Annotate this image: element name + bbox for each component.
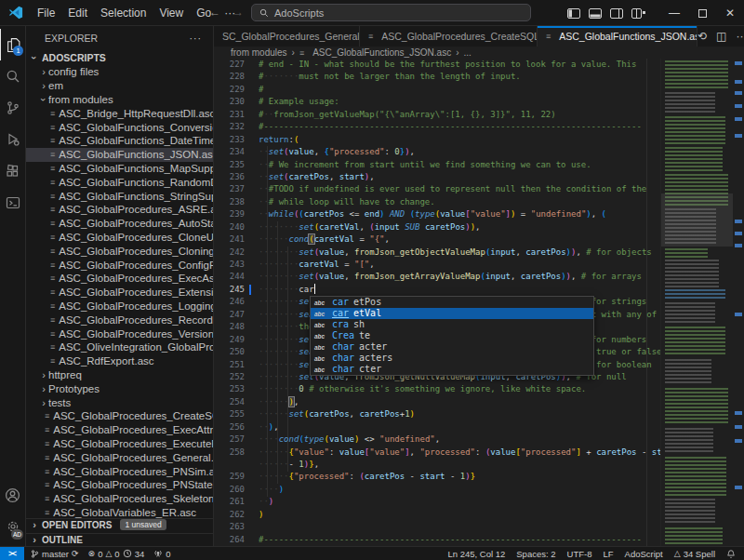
history-icon[interactable]: ⟲ bbox=[698, 30, 707, 43]
close-button[interactable]: ✕ bbox=[716, 0, 744, 26]
toggle-secondary-sidebar-icon[interactable] bbox=[610, 8, 623, 19]
problems-status[interactable]: ⊗ 0 △ 0 34 bbox=[88, 549, 145, 559]
suggest-item[interactable]: abccharcter bbox=[311, 364, 593, 375]
split-editor-icon[interactable]: ◫ bbox=[716, 30, 726, 43]
tree-item-label: ASC_GlobalProcedures_ExecuteFlowchart.as… bbox=[53, 438, 213, 449]
tree-file[interactable]: ≡ASC_GlobalFunctions_MapSupport.asc bbox=[26, 162, 213, 176]
menu-item-file[interactable]: File bbox=[31, 4, 61, 22]
settings-gear-icon[interactable]: AD bbox=[0, 511, 25, 542]
nav-forward-icon[interactable]: → bbox=[232, 6, 244, 19]
encoding-status[interactable]: UTF-8 bbox=[567, 549, 592, 559]
line-number: 228 bbox=[214, 71, 257, 83]
breadcrumb-file[interactable]: ASC_GlobalFunctions_JSON.asc bbox=[312, 47, 451, 58]
code-line: ······cond(caretVal = "{", bbox=[259, 233, 660, 246]
tree-file[interactable]: ≡ASC_GlobalProcedures_ExecuteFlowchart.a… bbox=[26, 437, 213, 451]
tree-file[interactable]: ≡ASC_GlobalProcedures_ExtensionManage... bbox=[26, 286, 213, 300]
sidebar-explorer: EXPLORER ··· › ADOSCRIPTS ›config files›… bbox=[26, 26, 214, 546]
menu-item-selection[interactable]: Selection bbox=[94, 4, 153, 22]
ports-status[interactable]: 0 bbox=[153, 549, 170, 559]
overview-ruler bbox=[733, 59, 744, 546]
toggle-sidebar-icon[interactable] bbox=[567, 8, 580, 19]
tree-file[interactable]: ≡ASC_GlobalProcedures_Logging.asc bbox=[26, 300, 213, 313]
eol-status[interactable]: LF bbox=[603, 549, 613, 559]
breadcrumb-symbol[interactable]: ... bbox=[464, 47, 472, 58]
code-line: ··), bbox=[259, 421, 660, 433]
tree-folder[interactable]: ›em bbox=[26, 79, 213, 93]
tree-file[interactable]: ≡ASC_GlobalProcedures_ASRE.asc bbox=[26, 203, 213, 217]
search-icon[interactable] bbox=[0, 60, 25, 92]
tree-file[interactable]: ≡ASC_GlobalProcedures_VersionCheck.asc bbox=[26, 327, 213, 340]
tree-folder[interactable]: ›config files bbox=[26, 65, 213, 79]
suggest-item[interactable]: abccaretPos bbox=[311, 297, 593, 308]
terminal-icon[interactable] bbox=[0, 187, 25, 219]
breadcrumb-folder[interactable]: from modules bbox=[231, 47, 287, 58]
suggest-item[interactable]: abccrash bbox=[311, 319, 593, 330]
minimap-slider[interactable] bbox=[661, 193, 733, 247]
customize-layout-icon[interactable] bbox=[631, 8, 645, 19]
tree-file[interactable]: ≡ASC_GlobalProcedures_SkeletonGeneratio.… bbox=[26, 492, 213, 506]
account-icon[interactable] bbox=[0, 479, 25, 511]
menu-item-view[interactable]: View bbox=[153, 4, 190, 22]
suggest-item[interactable]: abccharacter bbox=[311, 341, 593, 353]
command-center-search[interactable]: AdoScripts bbox=[251, 4, 531, 21]
nav-back-icon[interactable]: ← bbox=[209, 6, 220, 19]
bell-icon[interactable] bbox=[726, 549, 736, 559]
tree-file[interactable]: ≡ASC_GlobalFunctions_JSON.asc bbox=[26, 148, 213, 162]
cursor-position-status[interactable]: Ln 245, Col 12 bbox=[447, 549, 505, 559]
suggest-item[interactable]: abcCreate bbox=[311, 330, 593, 341]
explorer-icon[interactable]: 1 bbox=[0, 29, 25, 60]
indentation-status[interactable]: Spaces: 2 bbox=[516, 549, 555, 559]
code-editor[interactable]: 2272282292302312322332342352362372382392… bbox=[214, 59, 660, 546]
tree-folder[interactable]: ›Prototypes bbox=[26, 381, 213, 395]
line-number: 253 bbox=[214, 383, 257, 395]
tree-file[interactable]: ≡ASC_GlobalProcedures_CloneUI.asc bbox=[26, 231, 213, 245]
word-suggestion-icon: abc bbox=[314, 333, 327, 340]
tree-folder[interactable]: ›from modules bbox=[26, 93, 213, 107]
tree-file[interactable]: ≡ASC_GlobalProcedures_AutoStart.asc bbox=[26, 217, 213, 231]
tree-file[interactable]: ≡ASC_GlobalFunctions_DateTime.asc bbox=[26, 134, 213, 148]
source-control-icon[interactable] bbox=[0, 92, 25, 124]
minimap[interactable] bbox=[660, 59, 733, 546]
language-mode-status[interactable]: AdoScript bbox=[625, 549, 663, 559]
tree-file[interactable]: ≡ASC_RdfExport.asc bbox=[26, 354, 213, 368]
tree-file[interactable]: ≡ASC_GlobalProcedures_ExecAttrProf-beeup… bbox=[26, 423, 213, 437]
tree-file[interactable]: ≡ASC_GlobalProcedures_Cloning.asc bbox=[26, 244, 213, 258]
minimize-button[interactable]: — bbox=[660, 0, 688, 26]
tree-file[interactable]: ≡ASC_GlobalFunctions_RandomDistributio..… bbox=[26, 175, 213, 189]
open-editors-section[interactable]: › OPEN EDITORS 1 unsaved bbox=[26, 518, 213, 532]
line-number: 236 bbox=[214, 171, 257, 183]
spell-status[interactable]: △ 34 Spell bbox=[674, 549, 715, 559]
tree-file[interactable]: ≡ASC_GlobalProcedures_PNSim.asc bbox=[26, 464, 213, 478]
overview-marker bbox=[735, 61, 742, 65]
toggle-panel-icon[interactable] bbox=[589, 8, 602, 19]
tree-file[interactable]: ≡ASC_GlobalFunctions_Conversion.asc bbox=[26, 120, 213, 134]
tree-file[interactable]: ≡ASC_GlobalProcedures_PNStateStoreage.as… bbox=[26, 478, 213, 492]
tree-folder[interactable]: ›httpreq bbox=[26, 368, 213, 382]
minimap-code-block bbox=[665, 302, 715, 323]
tree-file[interactable]: ≡ASC_GlobalProcedures_ConfigFiles.asc bbox=[26, 258, 213, 272]
tree-file[interactable]: ≡ASC_GlobalProcedures_General.asc bbox=[26, 450, 213, 464]
remote-indicator[interactable]: >< bbox=[0, 547, 24, 560]
tree-file[interactable]: ≡ASC_GlobalProcedures_ExecAsc.asc bbox=[26, 272, 213, 286]
suggest-item[interactable]: abccharacters bbox=[311, 353, 593, 364]
tree-file[interactable]: ≡ASC_Bridge_HttpRequestDll.asc bbox=[26, 106, 213, 120]
explorer-actions-icon[interactable]: ··· bbox=[190, 33, 203, 44]
tree-file[interactable]: ≡ASC_OliveIntegration_GlobalProcedures.a… bbox=[26, 340, 213, 354]
tree-file[interactable]: ≡ASC_GlobalProcedures_CreateSQL.asc bbox=[26, 409, 213, 423]
git-branch-status[interactable]: master ⟳ bbox=[31, 549, 79, 559]
menu-item-edit[interactable]: Edit bbox=[61, 4, 94, 22]
maximize-button[interactable] bbox=[688, 0, 716, 26]
tab[interactable]: ≡ASC_GlobalProcedures_CreateSQL.asc bbox=[360, 26, 538, 47]
tree-file[interactable]: ≡ASC_GlobalFunctions_StringSupport.asc bbox=[26, 189, 213, 203]
extensions-icon[interactable] bbox=[0, 155, 25, 187]
more-actions-icon[interactable]: ··· bbox=[736, 30, 744, 43]
tab[interactable]: ≡ASC_GlobalFunctions_JSON.asc● bbox=[538, 26, 698, 47]
tree-file[interactable]: ≡ASC_GlobalProcedures_RecordSupport.asc bbox=[26, 313, 213, 327]
tree-folder[interactable]: ›tests bbox=[26, 395, 213, 409]
workspace-section[interactable]: › ADOSCRIPTS bbox=[26, 50, 213, 65]
run-debug-icon[interactable] bbox=[0, 124, 25, 155]
suggest-item[interactable]: abccaretVal bbox=[311, 308, 593, 319]
outline-section[interactable]: › OUTLINE bbox=[26, 533, 213, 547]
breadcrumb[interactable]: from modules › ≡ ASC_GlobalFunctions_JSO… bbox=[214, 47, 744, 59]
tab[interactable]: SC_GlobalProcedures_General.asc bbox=[214, 26, 360, 47]
